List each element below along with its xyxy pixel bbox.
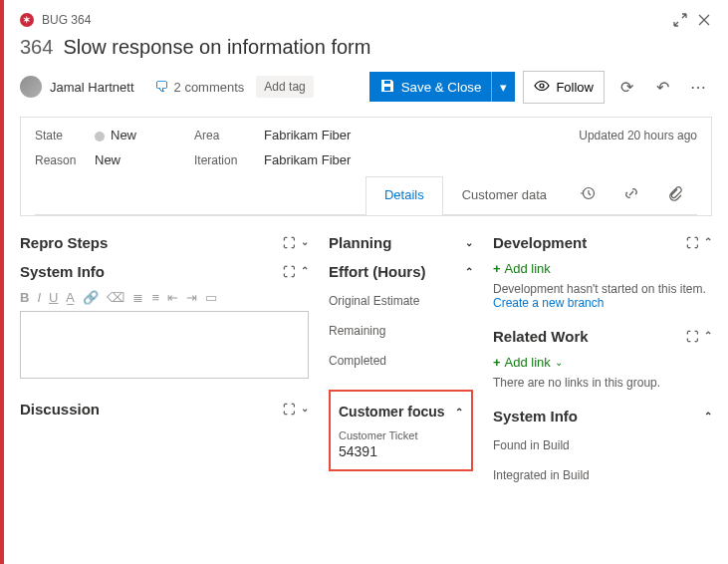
links-icon[interactable]: [609, 175, 653, 214]
image-icon[interactable]: ▭: [205, 290, 217, 305]
tab-details[interactable]: Details: [365, 176, 443, 215]
system-info-header-right: System Info: [493, 408, 578, 424]
area-value[interactable]: Fabrikam Fiber: [264, 128, 443, 142]
attachment-icon[interactable]: [653, 175, 697, 214]
chevron-up-icon[interactable]: ⌃: [301, 265, 309, 279]
state-label: State: [35, 129, 95, 142]
iteration-value[interactable]: Fabrikam Fiber: [264, 152, 443, 167]
system-info-header: System Info: [20, 263, 105, 280]
development-add-link[interactable]: + Add link: [493, 257, 712, 280]
fullscreen-icon[interactable]: ⛶: [686, 330, 698, 344]
bullet-list-icon[interactable]: ≣: [132, 290, 143, 305]
related-work-empty-text: There are no links in this group.: [493, 376, 712, 390]
outdent-icon[interactable]: ⇤: [167, 290, 178, 305]
undo-icon[interactable]: ↶: [648, 78, 676, 97]
close-icon[interactable]: [696, 12, 712, 28]
effort-header: Effort (Hours): [329, 263, 426, 280]
avatar[interactable]: [20, 76, 42, 98]
iteration-label: Iteration: [194, 153, 264, 167]
follow-button[interactable]: Follow: [523, 71, 605, 104]
add-tag-button[interactable]: Add tag: [256, 76, 313, 98]
discussion-header: Discussion: [20, 401, 100, 418]
clear-format-icon[interactable]: ⌫: [107, 290, 124, 305]
underline-icon[interactable]: U: [49, 290, 58, 305]
expand-icon[interactable]: [672, 12, 688, 28]
chevron-up-icon[interactable]: ⌃: [465, 266, 473, 277]
link-icon[interactable]: 🔗: [83, 290, 99, 305]
chevron-down-icon[interactable]: ⌄: [301, 403, 309, 417]
chevron-up-icon[interactable]: ⌃: [704, 330, 712, 344]
related-work-add-link[interactable]: + Add link ⌄: [493, 351, 712, 374]
chevron-down-icon[interactable]: ⌄: [465, 237, 473, 248]
plus-icon: +: [493, 355, 501, 370]
work-item-type-badge: BUG 364: [42, 13, 91, 27]
customer-ticket-label: Customer Ticket: [339, 429, 463, 441]
chevron-down-icon: ⌄: [555, 357, 563, 368]
italic-icon[interactable]: I: [37, 290, 41, 305]
font-color-icon[interactable]: A̲: [66, 290, 75, 305]
tab-customer-data[interactable]: Customer data: [443, 176, 566, 215]
related-work-header: Related Work: [493, 328, 589, 345]
work-item-title-text: Slow response on information form: [63, 36, 370, 59]
chevron-down-icon[interactable]: ⌄: [301, 236, 309, 250]
work-item-title[interactable]: 364 Slow response on information form: [20, 36, 712, 59]
save-close-button[interactable]: Save & Close ▾: [369, 72, 516, 102]
state-dot-icon: [95, 132, 105, 141]
customer-ticket-value[interactable]: 54391: [339, 443, 463, 459]
history-icon[interactable]: [566, 175, 609, 214]
reason-value[interactable]: New: [95, 152, 194, 167]
chevron-up-icon[interactable]: ⌃: [455, 407, 463, 418]
bug-icon: ✶: [20, 13, 34, 27]
fullscreen-icon[interactable]: ⛶: [283, 236, 295, 250]
original-estimate-label[interactable]: Original Estimate: [329, 286, 473, 316]
remaining-label[interactable]: Remaining: [329, 316, 473, 346]
updated-timestamp: Updated 20 hours ago: [443, 129, 697, 142]
create-branch-link[interactable]: Create a new branch: [493, 296, 712, 310]
customer-focus-header: Customer focus: [339, 404, 445, 420]
save-icon: [379, 78, 395, 97]
more-icon[interactable]: ⋯: [684, 78, 712, 97]
fullscreen-icon[interactable]: ⛶: [283, 265, 295, 279]
follow-label: Follow: [556, 80, 594, 95]
integrated-in-build-label[interactable]: Integrated in Build: [493, 460, 712, 490]
planning-header: Planning: [329, 234, 391, 251]
fullscreen-icon[interactable]: ⛶: [686, 236, 698, 250]
area-label: Area: [194, 129, 264, 142]
eye-icon: [534, 78, 550, 97]
comment-icon: 🗨: [154, 79, 168, 95]
work-item-id: 364: [20, 36, 53, 59]
bold-icon[interactable]: B: [20, 290, 29, 305]
chevron-up-icon[interactable]: ⌃: [704, 236, 712, 250]
chevron-up-icon[interactable]: ⌃: [704, 411, 712, 422]
fullscreen-icon[interactable]: ⛶: [283, 403, 295, 417]
found-in-build-label[interactable]: Found in Build: [493, 430, 712, 460]
assignee-name[interactable]: Jamal Hartnett: [50, 80, 134, 95]
save-dropdown-caret[interactable]: ▾: [491, 72, 515, 102]
customer-focus-highlight: Customer focus ⌃ Customer Ticket 54391: [329, 390, 473, 471]
completed-label[interactable]: Completed: [329, 346, 473, 376]
repro-steps-header: Repro Steps: [20, 234, 108, 251]
svg-point-0: [540, 84, 544, 88]
comments-link[interactable]: 🗨 2 comments: [154, 79, 245, 95]
save-label: Save & Close: [401, 80, 482, 95]
rich-text-toolbar: B I U A̲ 🔗 ⌫ ≣ ≡ ⇤ ⇥ ▭: [20, 286, 309, 309]
comments-count: 2 comments: [174, 80, 245, 95]
development-empty-text: Development hasn't started on this item.: [493, 282, 712, 296]
development-header: Development: [493, 234, 587, 251]
number-list-icon[interactable]: ≡: [151, 290, 159, 305]
plus-icon: +: [493, 261, 501, 276]
refresh-icon[interactable]: ⟳: [612, 78, 640, 97]
state-value[interactable]: New: [95, 128, 194, 142]
reason-label: Reason: [35, 153, 95, 167]
system-info-editor[interactable]: [20, 311, 309, 379]
indent-icon[interactable]: ⇥: [186, 290, 197, 305]
